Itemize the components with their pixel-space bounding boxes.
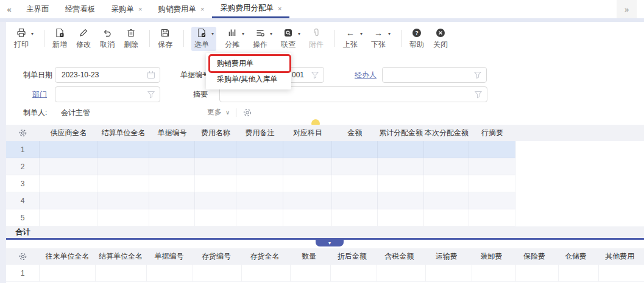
form-settings-gear-icon[interactable] — [242, 108, 252, 117]
department-link[interactable]: 部门 — [32, 86, 47, 102]
table-row[interactable]: 3 — [6, 175, 515, 192]
table-row[interactable]: 4 — [6, 192, 515, 209]
caret-down-icon[interactable]: ▾ — [31, 31, 34, 37]
calendar-icon[interactable] — [147, 71, 155, 79]
grid-cell[interactable] — [599, 265, 644, 282]
date-input[interactable]: 2023-10-23 — [55, 67, 160, 83]
grid-cell[interactable] — [469, 192, 515, 209]
grid-cell[interactable] — [291, 265, 331, 282]
grid-cell[interactable] — [40, 175, 97, 192]
grid-cell[interactable] — [149, 192, 195, 209]
caret-down-icon[interactable]: ▾ — [211, 31, 214, 37]
caret-down-icon[interactable]: ▾ — [298, 31, 300, 37]
grid-cell[interactable] — [424, 158, 469, 175]
grid-cell[interactable] — [149, 141, 195, 158]
grid-cell[interactable] — [193, 265, 242, 282]
grid-cell[interactable] — [236, 192, 283, 209]
grid-cell[interactable] — [236, 158, 283, 175]
grid-cell[interactable] — [97, 175, 149, 192]
agent-link[interactable]: 经办人 — [355, 67, 377, 83]
department-input[interactable] — [55, 86, 160, 102]
save-button[interactable]: 保存 — [157, 28, 173, 50]
grid-cell[interactable] — [332, 192, 378, 209]
grid-cell[interactable] — [195, 192, 236, 209]
close-icon[interactable]: × — [278, 5, 281, 12]
grid-cell[interactable] — [40, 141, 97, 158]
collapse-handle[interactable]: ▾ — [316, 240, 344, 246]
row-number[interactable]: 3 — [6, 175, 40, 192]
row-number[interactable]: 2 — [6, 158, 40, 175]
filter-icon[interactable] — [147, 90, 155, 99]
row-number[interactable]: 1 — [6, 141, 40, 158]
grid-cell[interactable] — [195, 175, 236, 192]
grid-cell[interactable] — [40, 158, 97, 175]
select-doc-button[interactable]: 选单 ▾ — [191, 27, 216, 51]
grid-cell[interactable] — [424, 175, 469, 192]
grid-cell[interactable] — [378, 192, 424, 209]
grid-cell[interactable] — [147, 265, 193, 282]
tab-overflow-icon[interactable]: » — [617, 0, 637, 18]
grid-cell[interactable] — [283, 209, 332, 226]
grid-cell[interactable] — [40, 265, 96, 282]
grid-cell[interactable] — [40, 192, 97, 209]
grid-cell[interactable] — [195, 141, 236, 158]
close-button[interactable]: 关闭 — [433, 28, 448, 50]
grid-cell[interactable] — [149, 209, 195, 226]
grid-cell[interactable] — [426, 265, 472, 282]
grid-cell[interactable] — [378, 175, 424, 192]
table-row[interactable]: 5 — [6, 209, 515, 226]
grid-cell[interactable] — [378, 141, 424, 158]
row-number[interactable]: 5 — [6, 209, 40, 226]
caret-down-icon[interactable]: ▾ — [360, 31, 363, 37]
grid-cell[interactable] — [377, 265, 426, 282]
caret-down-icon[interactable]: ▾ — [270, 31, 272, 37]
cancel-button[interactable]: 取消 — [99, 28, 115, 50]
grid-cell[interactable] — [236, 141, 283, 158]
menu-item-purchase-or-inbound[interactable]: 采购单/其他入库单 — [206, 71, 291, 87]
grid-cell[interactable] — [378, 209, 424, 226]
grid-cell[interactable] — [97, 158, 149, 175]
grid-cell[interactable] — [469, 175, 515, 192]
help-button[interactable]: ? 帮助 — [409, 28, 425, 50]
grid-cell[interactable] — [469, 141, 515, 158]
grid-settings-gear-icon[interactable] — [6, 128, 40, 138]
grid-cell[interactable] — [559, 265, 599, 282]
grid-cell[interactable] — [472, 265, 516, 282]
grid-cell[interactable] — [332, 158, 378, 175]
tab-expense-allocation[interactable]: 采购费用分配单 × — [212, 0, 289, 18]
close-icon[interactable]: × — [200, 5, 204, 13]
add-button[interactable]: 新增 — [52, 28, 68, 50]
prev-doc-button[interactable]: ← 上张 ▾ — [342, 28, 363, 50]
grid-cell[interactable] — [378, 158, 424, 175]
grid-cell[interactable] — [96, 265, 147, 282]
linked-query-button[interactable]: 联查 ▾ — [280, 28, 300, 50]
table-row[interactable]: 1 — [6, 141, 515, 158]
grid-cell[interactable] — [283, 158, 332, 175]
table-row[interactable]: 1 — [6, 265, 644, 282]
action-button[interactable]: 操作 ▾ — [252, 28, 272, 50]
filter-icon[interactable] — [311, 71, 319, 79]
grid-cell[interactable] — [516, 265, 559, 282]
grid-cell[interactable] — [40, 209, 97, 226]
delete-button[interactable]: 删除 — [123, 28, 139, 50]
grid-cell[interactable] — [332, 141, 378, 158]
grid-cell[interactable] — [236, 209, 283, 226]
tab-expense-doc[interactable]: 购销费用单 × — [150, 0, 212, 18]
filter-icon[interactable] — [473, 71, 482, 79]
grid-cell[interactable] — [332, 209, 378, 226]
grid-cell[interactable] — [332, 175, 378, 192]
tab-main[interactable]: 主界面 — [18, 0, 57, 18]
grid-cell[interactable] — [283, 141, 332, 158]
table-row[interactable]: 2 — [6, 158, 515, 175]
grid-cell[interactable] — [283, 175, 332, 192]
more-button[interactable]: 更多 — [207, 107, 222, 117]
grid-cell[interactable] — [97, 141, 149, 158]
filter-icon[interactable] — [474, 90, 483, 99]
grid-cell[interactable] — [149, 158, 195, 175]
chevron-down-icon[interactable]: ∨ — [225, 109, 230, 116]
edit-button[interactable]: 修改 — [76, 28, 91, 50]
grid-cell[interactable] — [97, 192, 149, 209]
grid-cell[interactable] — [195, 158, 236, 175]
caret-down-icon[interactable]: ▾ — [388, 31, 391, 37]
grid-cell[interactable] — [236, 175, 283, 192]
